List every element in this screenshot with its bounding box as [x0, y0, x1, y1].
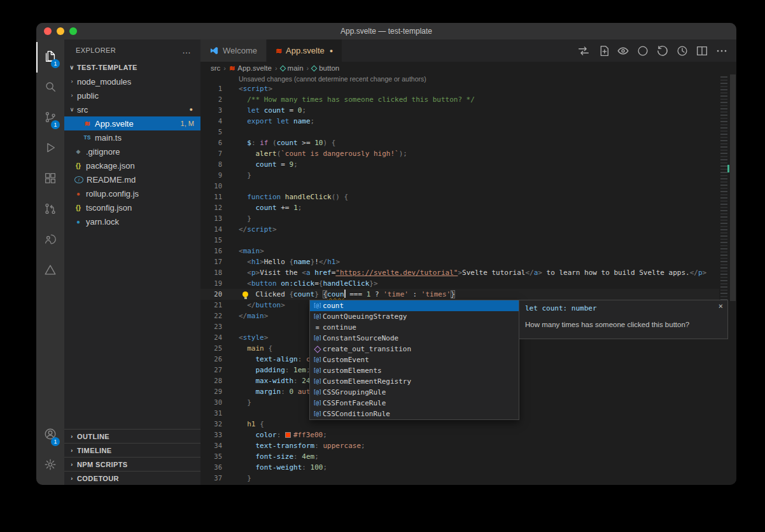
breadcrumb-button[interactable]: button	[312, 64, 339, 72]
suggestion-cssgroupingrule[interactable]: [@]CSSGroupingRule	[310, 387, 519, 398]
suggest-detail: let count: number How many times has som…	[519, 300, 728, 339]
editor-action-more-actions-icon[interactable]	[715, 44, 729, 58]
code-line[interactable]: 13 }	[200, 213, 719, 224]
chevron-right-icon: ›	[67, 461, 77, 468]
ts-file-icon: TS	[83, 134, 92, 141]
code-line[interactable]: 10	[200, 181, 719, 192]
section-timeline[interactable]: ›TIMELINE	[64, 443, 200, 457]
code-line[interactable]: 17 <h1>Hello {name}!</h1>	[200, 256, 719, 267]
suggestion-continue[interactable]: ≡continue	[310, 322, 519, 333]
suggestion-customevent[interactable]: [@]CustomEvent	[310, 354, 519, 365]
tree-item-tsconfig-json[interactable]: {}tsconfig.json	[64, 200, 200, 214]
tree-item-rollup-config-js[interactable]: ●rollup.config.js	[64, 186, 200, 200]
code-line[interactable]: 35 font-size: 4em;	[200, 451, 719, 462]
code-line[interactable]: 36 font-weight: 100;	[200, 462, 719, 473]
code-line[interactable]: 16<main>	[200, 246, 719, 256]
section-outline[interactable]: ›OUTLINE	[64, 429, 200, 443]
activity-accounts[interactable]: 1	[36, 420, 64, 451]
suggestion-cssconditionrule[interactable]: [@]CSSConditionRule	[310, 409, 519, 419]
tree-item-gitignore[interactable]: ◆.gitignore	[64, 144, 200, 158]
code-line[interactable]: 7 alert(`count is dangerously high!`);	[200, 148, 719, 159]
suggestion-create-out-transition[interactable]: create_out_transition	[310, 344, 519, 354]
zoom-window-button[interactable]	[69, 27, 77, 35]
editor-action-file-history-icon[interactable]	[656, 44, 670, 58]
minimap[interactable]	[719, 74, 729, 485]
symbol-variable-icon: [@]	[312, 377, 323, 386]
editor-action-timeline-icon[interactable]	[675, 44, 689, 58]
code-line[interactable]: 5	[200, 127, 719, 137]
tab-app-svelte[interactable]: ≋App.svelte●	[267, 39, 342, 62]
code-line[interactable]: 19 <button on:click={handleClick}>	[200, 278, 719, 289]
suggestion-cssfontfacerule[interactable]: [@]CSSFontFaceRule	[310, 398, 519, 409]
section-codetour[interactable]: ›CODETOUR	[64, 471, 200, 485]
tree-item-src[interactable]: ∨src●	[64, 102, 200, 116]
color-swatch[interactable]	[285, 432, 291, 438]
vscode-icon	[209, 46, 219, 55]
code-line[interactable]: 11 function handleClick() {	[200, 192, 719, 202]
tree-item-readme-md[interactable]: iREADME.md	[64, 172, 200, 186]
tab-welcome[interactable]: Welcome	[200, 39, 267, 62]
code-line[interactable]: 9 }	[200, 170, 719, 181]
section-npm-scripts[interactable]: ›NPM SCRIPTS	[64, 457, 200, 471]
more-actions-icon[interactable]: …	[182, 45, 192, 55]
code-line[interactable]: 37 }	[200, 473, 719, 484]
minimize-window-button[interactable]	[57, 27, 64, 35]
suggestion-count[interactable]: [@]count	[310, 300, 519, 311]
code-editor[interactable]: Unsaved changes (cannot determine recent…	[200, 74, 719, 485]
code-line[interactable]: 18 <p>Visit the <a href="https://svelte.…	[200, 267, 719, 278]
activity-run-debug[interactable]	[36, 134, 64, 164]
code-line[interactable]: 2 /** How many times has someone clicked…	[200, 94, 719, 105]
breadcrumb-src[interactable]: src	[211, 64, 220, 72]
tree-item-package-json[interactable]: {}package.json	[64, 158, 200, 172]
activity-settings[interactable]	[36, 451, 64, 481]
editor-action-split-editor-icon[interactable]	[695, 44, 709, 58]
code-line[interactable]: 14</script>	[200, 224, 719, 235]
editor-action-open-changes-icon[interactable]	[596, 44, 610, 58]
code-line[interactable]: 4 export let name;	[200, 116, 719, 127]
activity-github-pull-requests[interactable]	[36, 195, 64, 225]
code-line[interactable]: 3 let count = 0;	[200, 105, 719, 116]
breadcrumb-app-svelte[interactable]: ≋App.svelte	[229, 64, 272, 73]
code-line[interactable]: 32 h1 {	[200, 419, 719, 430]
lightbulb-icon[interactable]	[242, 291, 248, 297]
breadcrumb-main[interactable]: main	[281, 64, 304, 72]
close-window-button[interactable]	[44, 27, 52, 35]
suggestion-customelementregistry[interactable]: [@]CustomElementRegistry	[310, 376, 519, 387]
activity-azure[interactable]	[36, 256, 64, 286]
code-line[interactable]: 20 Clicked {count} {coun === 1 ? 'time' …	[200, 289, 719, 300]
code-line[interactable]: 33 color: #ff3e00;	[200, 430, 719, 440]
line-number: 20	[200, 289, 222, 300]
tree-item-main-ts[interactable]: TSmain.ts	[64, 130, 200, 144]
code-line[interactable]: 8 count = 9;	[200, 159, 719, 170]
tree-item-node-modules[interactable]: ›node_modules	[64, 74, 200, 88]
activity-live-share[interactable]	[36, 225, 64, 256]
tree-item-yarn-lock[interactable]: ●yarn.lock	[64, 214, 200, 228]
svelte-file-icon: ≋	[83, 120, 92, 128]
code-line[interactable]: 1<script>	[200, 83, 719, 94]
editor-action-gitlens-compare-icon[interactable]	[577, 44, 591, 58]
editor-action-gitlens-heatmap-icon[interactable]	[636, 44, 650, 58]
activity-explorer[interactable]: 1	[36, 42, 64, 73]
tree-item-app-svelte[interactable]: ≋App.svelte1, M	[64, 116, 200, 130]
close-icon[interactable]: ×	[719, 302, 723, 311]
code-line[interactable]: 6 $: if (count >= 10) {	[200, 137, 719, 148]
tree-root-test-template[interactable]: ∨ TEST-TEMPLATE	[64, 60, 200, 74]
line-number: 4	[200, 116, 222, 127]
code-line[interactable]: 15	[200, 235, 719, 246]
chevron-down-icon: ∨	[67, 64, 77, 71]
suggestion-constantsourcenode[interactable]: [@]ConstantSourceNode	[310, 333, 519, 344]
tree-item-public[interactable]: ›public	[64, 88, 200, 102]
suggestion-countqueuingstrategy[interactable]: [@]CountQueuingStrategy	[310, 311, 519, 322]
scrollbar-thumb[interactable]	[730, 74, 736, 301]
activity-extensions[interactable]	[36, 164, 64, 195]
activity-source-control[interactable]: 1	[36, 103, 64, 134]
symbol-icon	[279, 65, 286, 71]
code-line[interactable]: 34 text-transform: uppercase;	[200, 440, 719, 451]
editor-action-toggle-blame-icon[interactable]	[616, 44, 630, 58]
suggestion-label: CustomElementRegistry	[323, 377, 411, 386]
code-line[interactable]: 12 count += 1;	[200, 202, 719, 213]
titlebar[interactable]: App.svelte — test-template	[36, 23, 736, 39]
scrollbar[interactable]	[729, 74, 736, 485]
suggestion-customelements[interactable]: [@]customElements	[310, 365, 519, 376]
activity-search[interactable]	[36, 73, 64, 103]
